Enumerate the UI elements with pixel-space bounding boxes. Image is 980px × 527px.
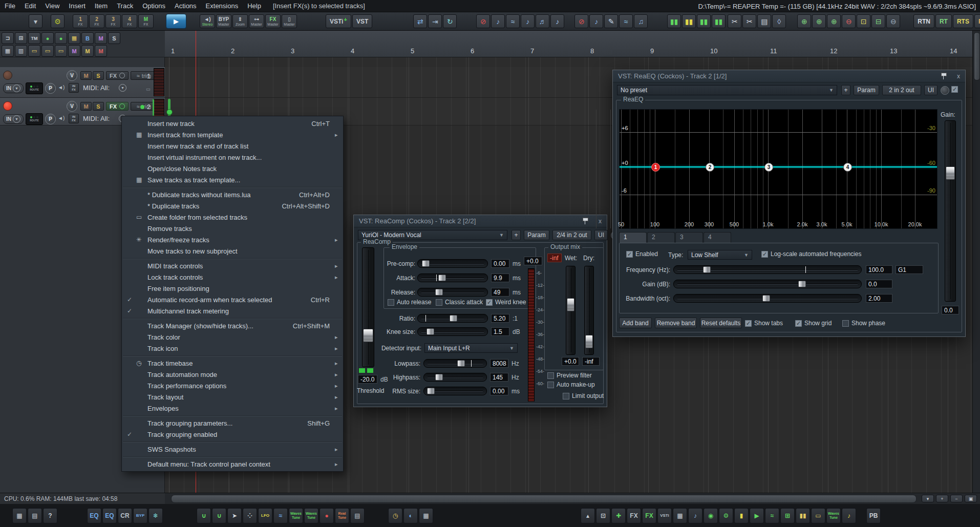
preview-filter-checkbox[interactable]: Preview filter	[547, 372, 592, 379]
fader-thumb[interactable]	[946, 166, 955, 180]
close-icon[interactable]: x	[596, 218, 604, 225]
menu-item-envelopes[interactable]: Envelopes▸	[122, 403, 343, 414]
slider-thumb[interactable]	[427, 388, 435, 394]
ui-toggle-button[interactable]: UI	[594, 230, 608, 240]
menu-item[interactable]: Item	[90, 0, 112, 12]
rts-icon[interactable]: RTS	[974, 14, 980, 28]
zoom-center-icon[interactable]: ⊕	[827, 14, 841, 28]
menu-item-midi-track-controls[interactable]: MIDI track controls▸	[122, 260, 343, 271]
zoom-out-icon[interactable]: ⊖	[886, 14, 900, 28]
wave-icon[interactable]: ≈	[765, 508, 779, 523]
pan-knob[interactable]: P	[45, 114, 56, 124]
monitor-icon[interactable]: ●	[41, 32, 54, 44]
output-level-value[interactable]: +0.0	[524, 257, 542, 265]
solo-button[interactable]: S	[93, 102, 104, 111]
zoom-h-icon[interactable]: ⊕	[797, 14, 811, 28]
grid-icon[interactable]: ▦	[2, 45, 14, 57]
meter-icon[interactable]: ▮▮	[697, 14, 711, 28]
track-panel-1[interactable]: VMSFX≈trimIN▼ROUTEP◄)INFXMIDI: All:▼1▭	[0, 67, 165, 98]
wrench-icon[interactable]: ⚙	[51, 14, 65, 28]
pin-icon[interactable]	[582, 218, 588, 225]
split-icon[interactable]: ⊐	[2, 32, 14, 44]
weird-knee-checkbox[interactable]: ✓Weird knee	[486, 299, 526, 306]
dry-value[interactable]: -inf	[582, 357, 600, 366]
dock-button[interactable]: ▾	[922, 495, 934, 502]
menu-item-default-menu-track-control-panel-context[interactable]: Default menu: Track control panel contex…	[122, 458, 343, 470]
slider-thumb[interactable]	[450, 315, 457, 322]
waves-tune-icon[interactable]: WavesTune	[826, 508, 841, 523]
bypass-master-icon[interactable]: BYPMaster	[216, 14, 231, 28]
marker-icon[interactable]: M	[68, 45, 80, 57]
fader-thumb[interactable]	[585, 335, 593, 348]
eq-band-point-4[interactable]: 4	[843, 163, 852, 172]
input-level-value[interactable]: -inf	[547, 254, 562, 262]
fx-power-icon[interactable]	[119, 103, 125, 109]
fx-button[interactable]: FX	[106, 102, 129, 111]
wet-knob[interactable]	[941, 86, 949, 95]
eq-band-point-1[interactable]: 1	[651, 163, 660, 172]
eq-gain-value[interactable]: 0.0	[942, 306, 959, 314]
slider-thumb[interactable]	[457, 360, 465, 367]
add-preset-button[interactable]: +	[841, 85, 850, 95]
notes-icon[interactable]: ♬	[536, 14, 549, 28]
zoom-master-icon[interactable]: ⇕Zoom	[232, 14, 248, 28]
expand-icon[interactable]: ⊡	[596, 508, 610, 523]
knee-size-value[interactable]: 1.5	[491, 327, 509, 336]
param-button[interactable]: Param	[524, 230, 549, 240]
mono-master-icon[interactable]: ⊶Master	[249, 14, 264, 28]
ratio-value[interactable]: 5.20	[491, 314, 509, 323]
volume-knob[interactable]: V	[67, 70, 77, 81]
menu-item-track-grouping-enabled[interactable]: ✓Track grouping enabled	[122, 429, 343, 440]
meter-icon[interactable]: ▮▮	[796, 508, 810, 523]
clock-icon[interactable]: ◷	[388, 508, 402, 523]
lfo-icon[interactable]: LFO	[258, 508, 272, 523]
menu-item-create-folder-from-selected-tracks[interactable]: ▭Create folder from selected tracks	[122, 212, 343, 223]
snap-icon[interactable]: ⁘	[243, 508, 257, 523]
eq-icon[interactable]: EQ	[87, 508, 101, 523]
threshold-fader[interactable]	[362, 247, 374, 367]
slider-thumb[interactable]	[427, 328, 434, 335]
solo-button[interactable]: S	[93, 71, 104, 80]
marker-icon[interactable]: M	[95, 45, 107, 57]
menu-actions[interactable]: Actions	[170, 0, 201, 12]
band-tab-4[interactable]: 4	[704, 232, 731, 243]
highpass-slider[interactable]	[423, 373, 487, 382]
speaker-icon[interactable]: ◄)	[58, 115, 65, 121]
midi-input-label[interactable]: MIDI: All:	[83, 115, 110, 122]
piano-icon[interactable]: ▦	[419, 508, 433, 523]
track-manager-icon[interactable]: TM	[28, 32, 40, 44]
zoom-sel-icon[interactable]: ⊡	[857, 14, 870, 28]
slider-thumb[interactable]	[798, 281, 806, 287]
menu-file[interactable]: File	[0, 0, 20, 12]
zoom-in-button[interactable]: +	[936, 495, 948, 502]
menu-item-track-color[interactable]: Track color▸	[122, 331, 343, 343]
vertical-scrollbar[interactable]	[972, 31, 980, 493]
midi-chevron-icon[interactable]: ▼	[119, 84, 126, 92]
menu-item-track-layout[interactable]: Track layout▸	[122, 391, 343, 403]
rtn-icon[interactable]: RTN	[913, 14, 934, 28]
marker-icon[interactable]: M	[81, 45, 94, 57]
band-enabled-checkbox[interactable]: ✓Enabled	[626, 250, 658, 258]
fx-master-icon[interactable]: FXMaster	[265, 14, 281, 28]
pre-comp-slider[interactable]	[417, 259, 488, 268]
meter-icon[interactable]: ▮▮	[712, 14, 726, 28]
detector-input-dropdown[interactable]: Main Input L+R▼	[424, 343, 518, 353]
menu-item-insert-virtual-instrument-on-new-track[interactable]: Insert virtual instrument on new track..…	[122, 152, 343, 163]
play-icon[interactable]: ▶	[750, 508, 764, 523]
solo-icon[interactable]: S	[108, 32, 120, 44]
slider-thumb[interactable]	[435, 289, 443, 296]
dropdown-arrow-icon[interactable]: ▾	[29, 14, 42, 28]
attack-value[interactable]: 9.9	[491, 273, 509, 282]
waves-tune-icon[interactable]: WavesTune	[304, 508, 318, 523]
piano-icon[interactable]: ▦	[673, 508, 687, 523]
rt-icon[interactable]: RT	[935, 14, 952, 28]
eq-band-point-3[interactable]: 3	[764, 163, 773, 172]
note-icon[interactable]: ♪	[550, 14, 564, 28]
reacomp-titlebar[interactable]: VST: ReaComp (Cockos) - Track 2 [2/2]	[354, 215, 607, 227]
note-icon[interactable]: ♪	[589, 14, 603, 28]
bandwidth-oct-value[interactable]: 2.00	[866, 294, 892, 303]
release-value[interactable]: 49	[491, 288, 509, 297]
eq-graph[interactable]: 501002003005001.0k2.0k3.0k5.0k10.0k20.0k…	[619, 109, 938, 229]
slider-thumb[interactable]	[438, 275, 446, 281]
mute-button[interactable]: M	[80, 102, 92, 111]
